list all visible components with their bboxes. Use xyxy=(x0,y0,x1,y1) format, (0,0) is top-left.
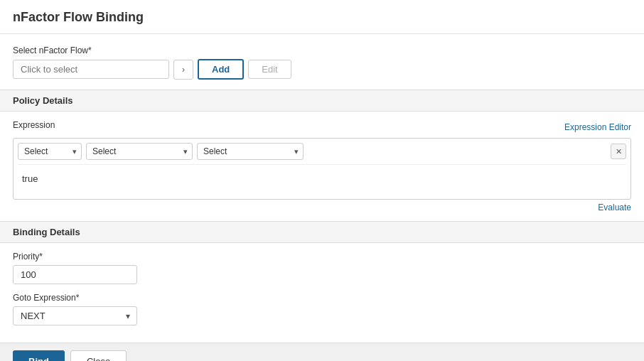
chevron-right-icon: › xyxy=(182,65,185,75)
expression-text: true xyxy=(18,169,626,195)
priority-input[interactable] xyxy=(13,265,137,284)
select1-wrap: Select xyxy=(18,143,82,160)
footer-bar: Bind Close xyxy=(0,343,644,361)
select2-wrap: Select xyxy=(86,143,193,160)
expression-box: Select Select Select ✕ xyxy=(13,138,631,200)
nfactor-chevron-button[interactable]: › xyxy=(173,60,193,80)
goto-expression-dropdown[interactable]: NEXT END USE_INVOCATION_RESULT xyxy=(13,306,137,325)
goto-expression-wrap: NEXT END USE_INVOCATION_RESULT xyxy=(13,306,137,325)
select2-dropdown[interactable]: Select xyxy=(86,143,193,160)
select3-dropdown[interactable]: Select xyxy=(197,143,304,160)
bind-button[interactable]: Bind xyxy=(13,350,65,361)
expression-editor-link[interactable]: Expression Editor xyxy=(564,122,631,132)
binding-details-section-header: Binding Details xyxy=(0,221,644,243)
select3-wrap: Select xyxy=(197,143,304,160)
close-button[interactable]: Close xyxy=(70,350,127,361)
expression-label: Expression xyxy=(13,120,55,130)
goto-expression-label: Goto Expression* xyxy=(13,293,631,303)
select1-dropdown[interactable]: Select xyxy=(18,143,82,160)
clear-button[interactable]: ✕ xyxy=(611,144,626,159)
policy-details-section-header: Policy Details xyxy=(0,90,644,112)
edit-button[interactable]: Edit xyxy=(248,60,291,79)
nfactor-flow-input[interactable] xyxy=(13,60,169,79)
add-button[interactable]: Add xyxy=(198,59,244,80)
nfactor-flow-label: Select nFactor Flow* xyxy=(13,45,631,55)
evaluate-link[interactable]: Evaluate xyxy=(598,203,631,212)
page-title: nFactor Flow Binding xyxy=(0,0,644,34)
priority-label: Priority* xyxy=(13,252,631,262)
clear-icon: ✕ xyxy=(616,147,622,156)
